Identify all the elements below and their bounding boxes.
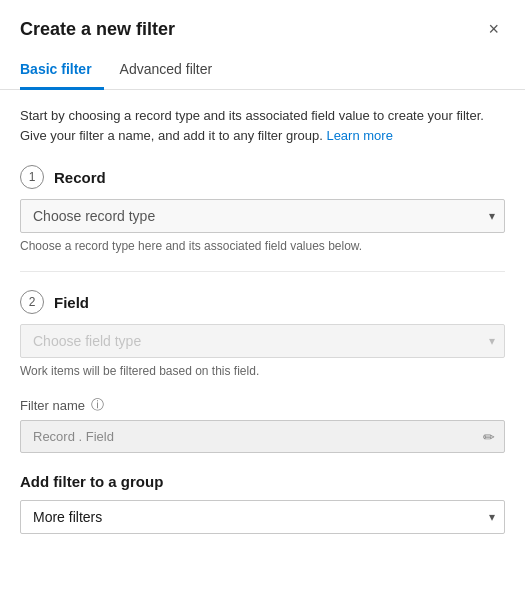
- record-type-select[interactable]: Choose record type: [20, 199, 505, 233]
- step-2-circle: 2: [20, 290, 44, 314]
- field-section-header: 2 Field: [20, 290, 505, 314]
- tab-basic[interactable]: Basic filter: [20, 53, 104, 90]
- record-section-header: 1 Record: [20, 165, 505, 189]
- field-section: 2 Field Choose field type ▾ Work items w…: [20, 290, 505, 570]
- dialog-title: Create a new filter: [20, 19, 175, 40]
- record-section-label: Record: [54, 169, 106, 186]
- field-hint: Work items will be filtered based on thi…: [20, 364, 505, 378]
- dialog-body: Start by choosing a record type and its …: [0, 90, 525, 600]
- tab-advanced[interactable]: Advanced filter: [120, 53, 225, 90]
- add-to-group-section: Add filter to a group More filters ▾: [20, 473, 505, 534]
- group-select-wrapper: More filters ▾: [20, 500, 505, 534]
- filter-name-section: Filter name ⓘ Record . Field ✏: [20, 396, 505, 453]
- record-hint: Choose a record type here and its associ…: [20, 239, 505, 253]
- step-1-circle: 1: [20, 165, 44, 189]
- field-select-wrapper: Choose field type ▾: [20, 324, 505, 358]
- tabs-container: Basic filter Advanced filter: [0, 52, 525, 90]
- filter-name-info-icon: ⓘ: [91, 396, 104, 414]
- intro-text: Start by choosing a record type and its …: [20, 106, 505, 145]
- record-select-wrapper: Choose record type ▾: [20, 199, 505, 233]
- dialog: Create a new filter × Basic filter Advan…: [0, 0, 525, 600]
- group-select[interactable]: More filters: [20, 500, 505, 534]
- learn-more-link[interactable]: Learn more: [326, 128, 392, 143]
- close-button[interactable]: ×: [482, 18, 505, 40]
- edit-filter-name-icon[interactable]: ✏: [483, 429, 495, 445]
- filter-name-wrapper: Record . Field ✏: [20, 420, 505, 453]
- record-section: 1 Record Choose record type ▾ Choose a r…: [20, 165, 505, 272]
- filter-name-display: Record . Field: [20, 420, 505, 453]
- field-section-label: Field: [54, 294, 89, 311]
- group-label: Add filter to a group: [20, 473, 505, 490]
- dialog-header: Create a new filter ×: [0, 0, 525, 52]
- field-type-select[interactable]: Choose field type: [20, 324, 505, 358]
- filter-name-label-row: Filter name ⓘ: [20, 396, 505, 414]
